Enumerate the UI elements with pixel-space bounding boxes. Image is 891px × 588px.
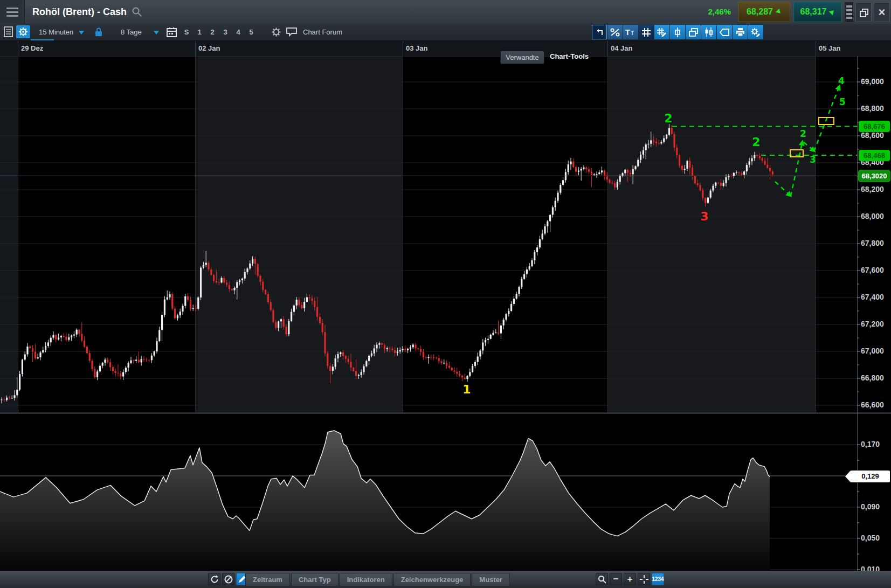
bottom-button-zeichenwerkzeuge[interactable]: Zeichenwerkzeuge — [393, 573, 471, 586]
menu-icon[interactable] — [0, 0, 25, 24]
bottom-button-indikatoren[interactable]: Indikatoren — [340, 573, 392, 586]
restore-window-button[interactable] — [855, 2, 872, 22]
refresh-icon[interactable] — [208, 573, 220, 585]
disable-icon[interactable] — [222, 573, 234, 585]
crosshair-icon[interactable] — [638, 573, 650, 585]
zoom-in-icon[interactable]: + — [624, 573, 636, 585]
chart-settings-button[interactable] — [16, 25, 30, 38]
date-separator — [816, 40, 816, 56]
active-tool-underline — [31, 39, 54, 40]
buy-price: 68,317 — [800, 7, 827, 17]
date-separator — [607, 40, 608, 56]
compare-icon[interactable] — [701, 25, 716, 39]
wave-label: 3 — [700, 210, 708, 223]
indicator-tick-label: 0,090 — [861, 502, 890, 511]
chart-tools-label: Chart-Tools — [550, 49, 589, 65]
interval-dropdown[interactable]: 15 Minuten — [39, 24, 73, 40]
current-price-tag: 68,3020 — [859, 170, 890, 182]
wave-label: 5 — [839, 96, 846, 107]
speed-button-2[interactable]: 2 — [206, 25, 219, 39]
sell-price-button[interactable]: 68,287 — [738, 2, 790, 22]
date-label: 29 Dez — [21, 40, 43, 56]
date-label: 04 Jan — [611, 40, 632, 56]
resistance-price-tag: 68,468 — [859, 150, 890, 161]
price-tick-label: 67,000 — [861, 347, 890, 355]
date-label: 03 Jan — [406, 40, 427, 56]
price-tick-label: 68,600 — [861, 131, 890, 140]
related-markets-button[interactable]: Verwandte — [500, 51, 544, 64]
zoom-out-icon[interactable]: − — [610, 573, 622, 585]
speed-button-4[interactable]: 4 — [232, 25, 245, 39]
journal-icon[interactable] — [2, 25, 15, 38]
change-percent: 2,46% — [695, 0, 731, 24]
range-dropdown[interactable]: 8 Tage — [121, 24, 142, 40]
wave-label: 1 — [462, 383, 471, 396]
date-separator — [195, 40, 196, 56]
bottom-button-chart-typ[interactable]: Chart Typ — [291, 573, 339, 586]
lock-icon[interactable] — [93, 25, 105, 38]
speed-button-s[interactable]: S — [180, 25, 193, 39]
price-tick-label: 69,000 — [861, 77, 890, 86]
chat-bubble-icon[interactable] — [285, 25, 299, 38]
date-separator — [18, 40, 18, 56]
price-tick-label: 67,800 — [861, 239, 890, 247]
label-tool-icon[interactable] — [717, 25, 732, 39]
speed-button-5[interactable]: 5 — [245, 25, 258, 39]
price-tick-label: 67,400 — [861, 293, 890, 301]
wave-label: 2 — [664, 112, 672, 125]
title-bar: Rohöl (Brent) - Cash 2,46% 68,287 68,317… — [0, 0, 891, 25]
wave-label: 4 — [838, 75, 845, 86]
grid-edit-icon[interactable] — [654, 25, 669, 39]
buy-price-button[interactable]: 68,317 — [793, 2, 842, 22]
wave-label: 2 — [800, 128, 806, 139]
values-icon[interactable]: 1234 — [652, 573, 664, 585]
date-axis-row[interactable]: 29 Dez02 Jan03 Jan04 Jan05 Jan — [0, 40, 891, 57]
wave-label: 2 — [752, 135, 760, 149]
indicator-settings-gear-icon[interactable] — [270, 25, 282, 38]
price-tick-label: 67,200 — [861, 320, 890, 328]
bottom-button-muster[interactable]: Muster — [472, 573, 510, 586]
bottom-menu-buttons: ZeitraumChart TypIndikatorenZeichenwerkz… — [245, 573, 510, 586]
gear-icon — [18, 27, 28, 37]
price-tick-label: 68,200 — [861, 185, 890, 193]
chart-tools-strip: TT — [592, 25, 763, 39]
speed-button-1[interactable]: 1 — [193, 25, 206, 39]
indicator-value-tag: 0,129 — [851, 471, 890, 482]
layers-icon[interactable] — [686, 25, 701, 39]
resistance-price-tag: 68,676 — [859, 121, 890, 132]
text-tool-icon[interactable]: TT — [623, 25, 638, 39]
search-icon[interactable] — [132, 6, 142, 17]
interval-dropdown-arrow-icon[interactable] — [79, 31, 84, 34]
zoom-search-icon[interactable] — [596, 573, 608, 585]
indicator-tick-label: 0,170 — [861, 440, 890, 448]
bottom-zoom-icons: −+1234 — [596, 573, 664, 585]
speed-button-3[interactable]: 3 — [219, 25, 232, 39]
bottom-button-zeitraum[interactable]: Zeitraum — [245, 573, 290, 586]
price-up-arrow-icon — [829, 9, 836, 16]
price-tick-label: 66,600 — [861, 400, 890, 409]
wave-label: 3 — [810, 154, 816, 165]
calendar-icon[interactable] — [165, 25, 178, 38]
chart-plot-surface[interactable] — [0, 56, 857, 571]
range-dropdown-arrow-icon[interactable] — [154, 31, 159, 34]
instrument-title: Rohöl (Brent) - Cash — [32, 0, 127, 24]
drag-handle-icon[interactable] — [845, 2, 853, 22]
restore-icon — [860, 9, 867, 16]
chart-window: 29 Dez02 Jan03 Jan04 Jan05 Jan 69,00068,… — [0, 0, 891, 588]
close-button[interactable]: × — [874, 2, 890, 22]
price-down-arrow-icon — [776, 9, 783, 16]
candle-type-icon[interactable] — [670, 25, 685, 39]
print-icon[interactable] — [733, 25, 748, 39]
date-label: 02 Jan — [198, 40, 220, 56]
undo-icon[interactable] — [592, 25, 607, 39]
date-separator — [403, 40, 403, 56]
svg-text:T: T — [625, 28, 630, 36]
chart-forum-link[interactable]: Chart Forum — [303, 24, 342, 40]
indicator-tick-label: 0,050 — [861, 534, 890, 542]
settings-edit-icon[interactable] — [748, 25, 763, 39]
price-tick-label: 66,800 — [861, 373, 890, 382]
percent-icon[interactable] — [607, 25, 623, 39]
panel-divider[interactable] — [0, 412, 891, 414]
grid-icon[interactable] — [639, 25, 654, 39]
speed-buttons: S12345 — [180, 24, 258, 38]
